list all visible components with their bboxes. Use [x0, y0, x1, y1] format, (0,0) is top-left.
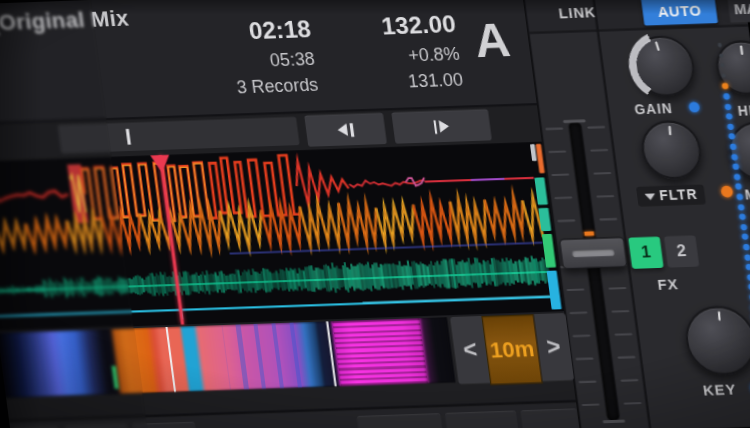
- waveform-canvas: [0, 142, 564, 331]
- fader-tick: [575, 357, 593, 360]
- fader-tick: [578, 380, 596, 383]
- fader-tick: [548, 150, 566, 153]
- fader-tick: [608, 287, 626, 290]
- meter-dot: [740, 224, 747, 230]
- fader-tick: [566, 288, 584, 291]
- total-time: 05:38: [151, 49, 316, 76]
- gain-label: GAIN: [633, 100, 673, 117]
- deck-bottom-button[interactable]: [65, 424, 135, 428]
- fader-tick: [551, 173, 569, 176]
- tempo-fader-handle[interactable]: [559, 237, 628, 270]
- filter-knob[interactable]: [638, 120, 704, 181]
- fader-tick: [623, 402, 641, 405]
- link-button[interactable]: LINK: [557, 3, 597, 21]
- fx1-button[interactable]: 1: [628, 236, 664, 268]
- gain-knob[interactable]: [629, 35, 698, 98]
- meter-dot: [730, 143, 737, 149]
- loop-in-button[interactable]: IN: [356, 413, 447, 428]
- fader-tick: [545, 127, 563, 130]
- fader-tick: [620, 379, 638, 382]
- phrase-bar[interactable]: [58, 117, 300, 154]
- loop-section-row: IN OUT: [9, 400, 580, 428]
- meter-dot: [744, 254, 750, 260]
- meter-dot: [743, 244, 750, 250]
- meter-dot: [726, 113, 733, 119]
- key-label: KEY: [702, 381, 738, 399]
- fader-handle-grip: [572, 249, 615, 258]
- fader-tick: [611, 310, 629, 313]
- meter-dot: [736, 194, 743, 200]
- chevron-down-icon: [644, 193, 655, 200]
- fader-tick: [596, 195, 614, 198]
- dj-app-window: ht (Original Mix 02:18 05:38 3 Records 1…: [0, 0, 750, 428]
- deck-bottom-button[interactable]: [132, 422, 202, 428]
- gain-blue-dot: [688, 102, 700, 113]
- fader-bottom-cap: [603, 419, 625, 423]
- bar-icon: [433, 120, 437, 134]
- meter-dot: [738, 204, 745, 210]
- filter-selector[interactable]: FLTR: [636, 184, 706, 206]
- fader-tick: [572, 334, 590, 337]
- deck-letter: A: [471, 11, 513, 69]
- fader-top-cap: [563, 119, 585, 123]
- playhead-marker-icon: [150, 155, 171, 173]
- deck-a-panel: ht (Original Mix 02:18 05:38 3 Records 1…: [0, 0, 582, 428]
- overview-zoom-control: < 10m >: [450, 313, 574, 384]
- meter-dot: [727, 123, 734, 129]
- key-pointer: [686, 307, 750, 374]
- fader-tick: [593, 172, 611, 175]
- fader-orange-marker: [584, 231, 594, 236]
- phrase-position-marker-icon: [126, 129, 131, 145]
- fx2-button[interactable]: 2: [664, 235, 700, 267]
- tempo-percent: +0.8%: [324, 44, 461, 70]
- fader-tick: [587, 126, 605, 129]
- meter-dot: [745, 264, 750, 270]
- artist-name: 3 Records: [154, 75, 319, 102]
- meter-dot: [734, 174, 741, 180]
- bpm-info-block: 132.00 +0.8% 131.00: [319, 10, 464, 95]
- overview-blue-streaks: [222, 323, 307, 391]
- track-search-back-button[interactable]: [304, 113, 387, 147]
- zoom-range-value[interactable]: 10m: [482, 314, 543, 385]
- mid-label: MID: [744, 186, 750, 203]
- meter-dot: [721, 73, 726, 77]
- elapsed-time: 02:18: [146, 15, 312, 49]
- meter-dot: [731, 153, 738, 159]
- waveform-display[interactable]: [0, 142, 564, 331]
- fader-tick: [557, 219, 575, 222]
- filter-orange-dot: [720, 186, 733, 198]
- meter-dot: [717, 43, 722, 47]
- loop-out-button[interactable]: OUT: [445, 411, 524, 428]
- current-bpm: 132.00: [319, 10, 457, 43]
- fader-tick: [599, 218, 617, 221]
- bar-icon: [350, 123, 354, 137]
- triangle-left-icon: [337, 123, 348, 136]
- fader-tick: [554, 196, 572, 199]
- meter-dot: [724, 103, 731, 109]
- tempo-fader-track[interactable]: [569, 123, 620, 420]
- meter-dot: [739, 214, 746, 220]
- track-search-forward-button[interactable]: [391, 109, 492, 144]
- hi-pointer: [715, 42, 750, 94]
- fader-tick: [590, 149, 608, 152]
- hi-label: HI: [737, 103, 750, 119]
- gain-pointer: [628, 33, 700, 100]
- meter-dot: [735, 184, 742, 190]
- loop-button[interactable]: [520, 408, 584, 428]
- original-bpm: 131.00: [327, 70, 464, 96]
- fader-tick: [581, 404, 599, 407]
- mid-eq-knob[interactable]: [726, 121, 750, 182]
- fader-tick: [569, 311, 587, 314]
- track-overview-strip[interactable]: [0, 317, 455, 398]
- key-knob[interactable]: [682, 305, 750, 376]
- hi-eq-knob[interactable]: [713, 39, 750, 95]
- overview-striation: [332, 318, 428, 386]
- triangle-right-icon: [439, 120, 450, 133]
- fader-tick: [617, 356, 635, 359]
- deck-header: ht (Original Mix 02:18 05:38 3 Records 1…: [0, 0, 537, 125]
- fx-label: FX: [656, 276, 679, 293]
- time-info-block: 02:18 05:38 3 Records: [146, 15, 319, 101]
- track-title: ht (Original Mix: [0, 6, 130, 37]
- filter-label: FLTR: [658, 187, 698, 204]
- filter-pointer: [642, 122, 701, 177]
